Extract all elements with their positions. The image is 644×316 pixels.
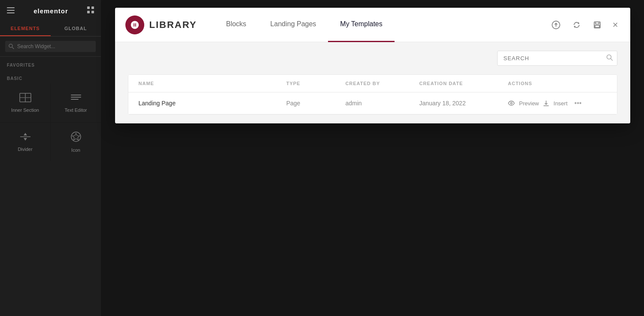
library-logo-circle (125, 15, 144, 34)
svg-rect-2 (7, 12, 15, 13)
table-header: NAME TYPE CREATED BY CREATION DATE ACTIO… (128, 75, 617, 92)
divider-label: Divider (18, 147, 32, 152)
row-name: Landing Page (139, 100, 286, 107)
widgets-grid: Inner Section Text Editor (0, 83, 101, 161)
icon-label: Icon (71, 147, 80, 153)
row-actions: Preview Insert ••• (508, 99, 606, 107)
svg-rect-6 (91, 11, 94, 13)
search-widget-section (0, 37, 101, 57)
col-actions: ACTIONS (508, 81, 606, 86)
icon-widget-icon (70, 131, 82, 144)
svg-rect-0 (7, 7, 15, 8)
sidebar-tabs: ELEMENTS GLOBAL (0, 21, 101, 37)
widget-text-editor[interactable]: Text Editor (51, 83, 101, 122)
basic-label: BASIC (0, 70, 101, 83)
svg-rect-24 (595, 22, 599, 24)
svg-rect-4 (91, 6, 94, 9)
tab-elements[interactable]: ELEMENTS (0, 21, 51, 36)
modal-header: LIBRARY Blocks Landing Pages My Template… (115, 8, 630, 42)
preview-button[interactable]: Preview (519, 100, 539, 107)
row-created-by: admin (345, 100, 419, 107)
tab-blocks[interactable]: Blocks (214, 8, 258, 42)
tab-landing-pages[interactable]: Landing Pages (258, 8, 328, 42)
modal-tabs: Blocks Landing Pages My Templates (214, 8, 549, 42)
svg-marker-16 (24, 133, 27, 135)
inner-section-label: Inner Section (11, 107, 39, 113)
svg-line-27 (611, 58, 612, 60)
modal-actions: × (549, 18, 620, 32)
search-bar-input[interactable] (497, 51, 617, 66)
row-creation-date: January 18, 2022 (419, 100, 508, 107)
svg-marker-18 (24, 138, 27, 141)
col-type: TYPE (286, 81, 346, 86)
templates-table: NAME TYPE CREATED BY CREATION DATE ACTIO… (128, 74, 617, 115)
svg-point-7 (9, 44, 12, 48)
modal-overlay: LIBRARY Blocks Landing Pages My Template… (101, 0, 644, 316)
search-bar-row (128, 51, 617, 66)
svg-line-8 (12, 47, 14, 49)
more-actions-icon[interactable]: ••• (574, 99, 582, 107)
col-name: NAME (139, 81, 286, 86)
col-creation-date: CREATION DATE (419, 81, 508, 86)
svg-marker-20 (72, 133, 79, 140)
upload-icon[interactable] (549, 18, 563, 32)
svg-rect-15 (71, 99, 79, 100)
table-row: Landing Page Page admin January 18, 2022… (128, 92, 617, 114)
svg-rect-3 (87, 6, 90, 9)
hamburger-icon[interactable] (7, 6, 15, 15)
svg-rect-5 (87, 11, 90, 13)
save-icon[interactable] (590, 18, 604, 32)
sync-icon[interactable] (570, 18, 583, 32)
col-created-by: CREATED BY (345, 81, 419, 86)
widget-inner-section[interactable]: Inner Section (0, 83, 50, 122)
row-type: Page (286, 100, 346, 107)
library-title: LIBRARY (149, 19, 197, 31)
sidebar-header: elementor (0, 0, 101, 21)
grid-icon[interactable] (87, 6, 94, 15)
tab-global[interactable]: GLOBAL (51, 21, 101, 36)
svg-point-28 (510, 102, 512, 104)
modal-body: NAME TYPE CREATED BY CREATION DATE ACTIO… (115, 42, 630, 123)
insert-icon (543, 100, 549, 106)
text-editor-icon (70, 93, 82, 104)
library-modal: LIBRARY Blocks Landing Pages My Template… (115, 8, 630, 123)
text-editor-label: Text Editor (65, 107, 87, 113)
insert-button[interactable]: Insert (553, 100, 568, 107)
widget-divider[interactable]: Divider (0, 123, 50, 161)
inner-section-icon (19, 93, 31, 104)
search-widget-input[interactable] (5, 41, 96, 52)
library-logo: LIBRARY (125, 15, 197, 34)
sidebar: elementor ELEMENTS GLOBAL FAVORITES BASI… (0, 0, 101, 316)
svg-rect-13 (71, 95, 81, 95)
divider-icon (19, 132, 31, 143)
close-icon[interactable]: × (611, 18, 620, 32)
svg-rect-1 (7, 10, 15, 11)
svg-rect-25 (595, 25, 599, 28)
preview-icon (508, 101, 515, 106)
widget-icon[interactable]: Icon (51, 123, 101, 161)
tab-my-templates[interactable]: My Templates (328, 8, 394, 42)
favorites-label: FAVORITES (0, 57, 101, 70)
svg-rect-14 (71, 97, 81, 98)
search-bar-icon (606, 54, 613, 63)
search-bar-wrap (497, 51, 617, 66)
elementor-logo: elementor (15, 7, 87, 15)
